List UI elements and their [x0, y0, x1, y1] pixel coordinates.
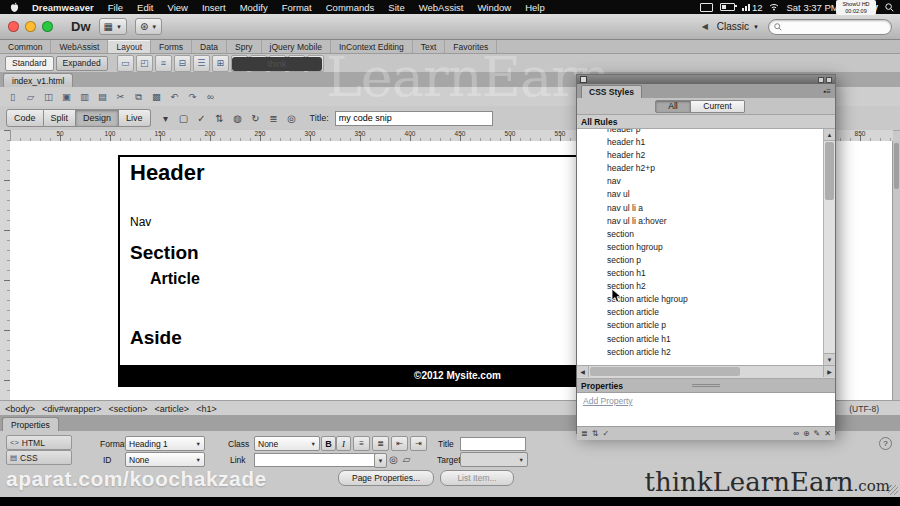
apple-menu-icon[interactable] — [10, 2, 19, 13]
file-management-icon[interactable]: ⇅ — [212, 110, 228, 126]
id-select[interactable]: None▼ — [125, 452, 205, 467]
page-aside-text[interactable]: Aside — [130, 327, 182, 349]
extensions-button[interactable]: ⊛▼ — [135, 18, 162, 35]
rules-vertical-scrollbar[interactable]: ▲ ▼ — [823, 129, 835, 365]
cut-icon[interactable]: ✂ — [113, 89, 128, 104]
spry-tabbed-panels-icon[interactable]: ⊟ — [174, 55, 191, 72]
css-current-tab[interactable]: Current — [691, 100, 745, 113]
menu-item[interactable]: File — [101, 2, 130, 13]
spry-collapsible-panel-icon[interactable]: ⊞ — [212, 55, 229, 72]
panel-close-icon[interactable] — [580, 76, 587, 83]
spry-accordion-icon[interactable]: ☰ — [193, 55, 210, 72]
bold-button[interactable]: B — [321, 436, 336, 451]
menu-item[interactable]: Insert — [195, 2, 233, 13]
css-rule-item[interactable]: nav ul — [577, 188, 835, 201]
menu-item[interactable]: Help — [518, 2, 552, 13]
insert-tab[interactable]: WebAssist — [51, 40, 108, 53]
insert-tab[interactable]: Forms — [151, 40, 192, 53]
css-rule-item[interactable]: section — [577, 228, 835, 241]
css-rule-item[interactable]: section article p — [577, 319, 835, 332]
new-css-rule-icon[interactable]: ⊕ — [803, 429, 810, 438]
scroll-up-icon[interactable]: ▲ — [824, 129, 835, 141]
menu-item[interactable]: Commands — [319, 2, 382, 13]
help-icon[interactable]: ? — [879, 437, 892, 450]
table-mode-button[interactable]: Expanded — [56, 56, 108, 71]
menu-item[interactable]: Dreamweaver — [25, 2, 101, 13]
css-panel-titlebar[interactable] — [577, 75, 835, 84]
css-rule-item[interactable]: nav ul li a:hover — [577, 215, 835, 228]
css-rule-item[interactable]: header h1 — [577, 136, 835, 149]
scroll-right-icon[interactable]: ▶ — [823, 366, 835, 377]
add-property-link[interactable]: Add Property — [583, 396, 633, 406]
css-all-tab[interactable]: All — [655, 100, 691, 113]
tag-selector-item[interactable]: <div#wrapper> — [42, 404, 102, 414]
menu-item[interactable]: WebAssist — [412, 2, 471, 13]
layout-switcher-button[interactable]: ▦▼ — [99, 18, 127, 35]
print-code-icon[interactable]: ▤ — [95, 89, 110, 104]
css-rule-item[interactable]: section article h1 — [577, 333, 835, 346]
browse-folder-icon[interactable]: ▱ — [401, 453, 412, 466]
css-rule-item[interactable]: header h2 — [577, 149, 835, 162]
wifi-icon[interactable] — [769, 3, 779, 11]
paste-icon[interactable]: ▩ — [149, 89, 164, 104]
css-rule-item[interactable]: section article hgroup — [577, 293, 835, 306]
css-rule-item[interactable]: header h2+p — [577, 162, 835, 175]
title-field-input[interactable] — [460, 437, 526, 451]
scrollbar-thumb[interactable] — [825, 142, 834, 200]
properties-html-tab[interactable]: <>HTML — [6, 435, 72, 450]
site-files-icon[interactable]: ◫ — [41, 89, 56, 104]
tag-selector-item[interactable]: <body> — [5, 404, 35, 414]
insert-tab[interactable]: Favorites — [445, 40, 497, 53]
properties-panel-tab[interactable]: Properties — [2, 417, 59, 431]
tag-selector-item[interactable]: <article> — [155, 404, 190, 414]
insert-tab[interactable]: Spry — [227, 40, 261, 53]
document-tab[interactable]: index_v1.html — [3, 73, 73, 87]
show-category-view-icon[interactable]: ≣ — [581, 429, 588, 438]
design-view-scrollbar[interactable] — [892, 141, 900, 400]
new-document-icon[interactable]: ▯ — [5, 89, 20, 104]
point-to-file-icon[interactable]: ◎ — [388, 453, 399, 466]
menu-clock[interactable]: Sat 3:37 PM — [786, 2, 838, 13]
insert-tab[interactable]: Common — [0, 40, 51, 53]
panel-collapse-icon[interactable] — [818, 77, 832, 83]
menu-item[interactable]: Site — [381, 2, 411, 13]
view-mode-button[interactable]: Design — [76, 109, 119, 127]
spry-menu-bar-icon[interactable]: ≡ — [155, 55, 172, 72]
draw-ap-div-icon[interactable]: ◰ — [136, 55, 153, 72]
italic-button[interactable]: I — [336, 436, 351, 451]
save-icon[interactable]: ▣ — [59, 89, 74, 104]
insert-tab[interactable]: Text — [413, 40, 446, 53]
page-footer-text[interactable]: ©2012 Mysite.com — [414, 370, 501, 381]
link-dropdown-icon[interactable]: ▼ — [374, 453, 387, 468]
scroll-down-icon[interactable]: ▼ — [824, 353, 835, 365]
redo-icon[interactable]: ↷ — [185, 89, 200, 104]
css-rule-item[interactable]: section hgroup — [577, 241, 835, 254]
edit-style-icon[interactable]: ✎ — [814, 429, 821, 438]
page-article-text[interactable]: Article — [150, 270, 200, 288]
insert-tab[interactable]: Layout — [108, 40, 151, 53]
visual-aids-icon[interactable]: ◎ — [284, 110, 300, 126]
minimize-window-icon[interactable] — [25, 21, 36, 32]
insert-div-tag-icon[interactable]: ▭ — [117, 55, 134, 72]
display-mirroring-icon[interactable] — [700, 3, 713, 12]
spotlight-search-icon[interactable] — [885, 3, 894, 12]
rules-horizontal-scrollbar[interactable]: ◀ ▶ — [577, 366, 835, 379]
collapse-panels-icon[interactable]: ◀ — [702, 22, 708, 31]
view-mode-button[interactable]: Live — [119, 109, 151, 127]
workspace-switcher[interactable]: Classic▼ — [717, 21, 759, 32]
undo-icon[interactable]: ↶ — [167, 89, 182, 104]
delete-css-rule-icon[interactable]: ✕ — [824, 429, 831, 438]
search-input[interactable] — [768, 19, 892, 35]
menu-item[interactable]: View — [160, 2, 194, 13]
css-rule-item[interactable]: header p — [577, 129, 835, 136]
pane-divider-grip[interactable] — [692, 384, 720, 385]
multiscreen-preview-icon[interactable]: ▢ — [176, 110, 192, 126]
save-all-icon[interactable]: ▥ — [77, 89, 92, 104]
tag-selector-item[interactable]: <section> — [109, 404, 148, 414]
page-properties-button[interactable]: Page Properties... — [338, 470, 434, 486]
css-rule-item[interactable]: section article h2 — [577, 346, 835, 359]
indent-icon[interactable]: ⇥ — [410, 436, 427, 451]
css-rule-item[interactable]: section h1 — [577, 267, 835, 280]
insert-tab[interactable]: InContext Editing — [331, 40, 413, 53]
tag-selector-item[interactable]: <h1> — [196, 404, 217, 414]
